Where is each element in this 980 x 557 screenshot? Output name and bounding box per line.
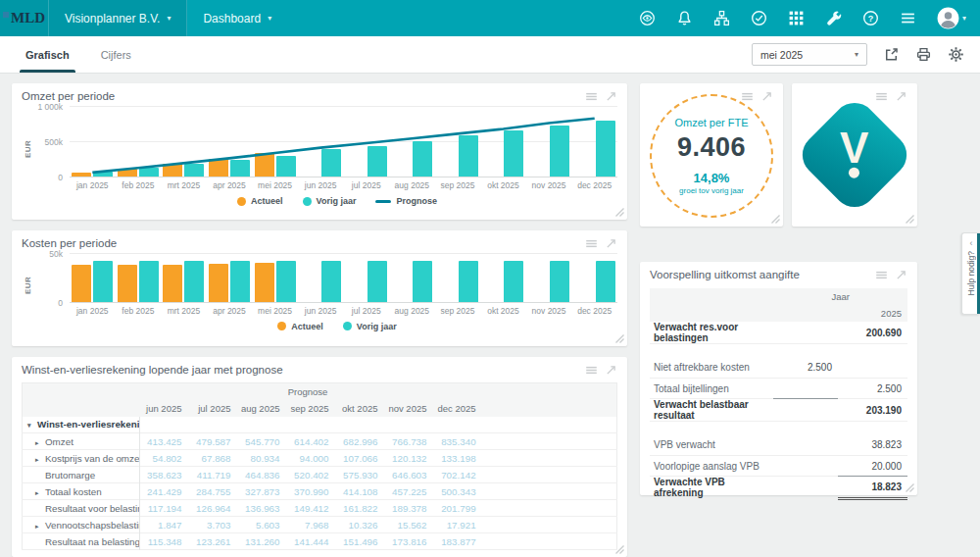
value-cell[interactable]: 133.198 bbox=[434, 450, 483, 467]
bar-vorig-jaar[interactable] bbox=[459, 261, 478, 302]
bar-vorig-jaar[interactable] bbox=[230, 261, 250, 302]
resize-handle[interactable] bbox=[615, 208, 624, 217]
row-label[interactable]: ▸Omzet bbox=[23, 433, 140, 450]
apps-grid-icon[interactable] bbox=[788, 10, 805, 26]
dashboard-menu[interactable]: Dashboard ▾ bbox=[187, 0, 287, 36]
value-cell[interactable]: 54.802 bbox=[140, 450, 189, 467]
row-label[interactable]: ▸Totaal kosten bbox=[23, 483, 140, 500]
card-menu-icon[interactable] bbox=[875, 90, 888, 103]
card-expand-icon[interactable] bbox=[605, 90, 617, 103]
export-icon[interactable] bbox=[883, 46, 900, 63]
value-cell[interactable]: 183.877 bbox=[434, 533, 483, 550]
value-cell[interactable]: 370.990 bbox=[287, 483, 336, 500]
value-cell[interactable]: 126.964 bbox=[189, 500, 238, 517]
tab-cijfers[interactable]: Cijfers bbox=[85, 36, 147, 73]
value-cell[interactable]: 702.142 bbox=[434, 467, 483, 483]
value-cell[interactable]: 173.816 bbox=[385, 533, 434, 550]
card-menu-icon[interactable] bbox=[585, 364, 598, 377]
value-cell[interactable]: 149.412 bbox=[287, 500, 336, 517]
value-cell[interactable]: 479.587 bbox=[189, 433, 238, 450]
check-circle-icon[interactable] bbox=[751, 10, 767, 26]
bar-vorig-jaar[interactable] bbox=[276, 261, 296, 302]
value-cell[interactable]: 358.623 bbox=[140, 467, 189, 483]
bar-vorig-jaar[interactable] bbox=[93, 261, 113, 302]
card-expand-icon[interactable] bbox=[895, 269, 907, 281]
value-cell[interactable]: 136.963 bbox=[238, 500, 287, 517]
value-cell[interactable]: 117.194 bbox=[140, 500, 189, 517]
card-expand-icon[interactable] bbox=[605, 237, 617, 250]
card-expand-icon[interactable] bbox=[760, 90, 773, 103]
value-cell[interactable]: 500.343 bbox=[434, 483, 483, 500]
value-cell[interactable]: 464.836 bbox=[238, 467, 287, 483]
bar-vorig-jaar[interactable] bbox=[184, 261, 204, 302]
card-expand-icon[interactable] bbox=[895, 90, 907, 103]
bar-actueel[interactable] bbox=[209, 264, 228, 302]
value-cell[interactable]: 646.603 bbox=[385, 467, 434, 483]
print-icon[interactable] bbox=[915, 46, 932, 63]
legend-item[interactable]: Actueel bbox=[237, 196, 283, 206]
bar-actueel[interactable] bbox=[163, 265, 182, 302]
prognose-trend-line[interactable] bbox=[70, 107, 617, 177]
legend-item[interactable]: Vorig jaar bbox=[303, 196, 357, 206]
row-label[interactable]: ▸Vennootschapsbelasting bbox=[23, 517, 140, 533]
bar-vorig-jaar[interactable] bbox=[504, 261, 523, 302]
resize-handle[interactable] bbox=[771, 215, 780, 224]
card-menu-icon[interactable] bbox=[875, 269, 888, 281]
value-cell[interactable]: 7.968 bbox=[287, 517, 336, 533]
value-cell[interactable]: 10.326 bbox=[336, 517, 385, 533]
bar-actueel[interactable] bbox=[72, 265, 91, 302]
resize-handle[interactable] bbox=[906, 215, 914, 224]
row-label[interactable]: ▾Winst-en-verliesrekening bbox=[23, 417, 140, 433]
tab-grafisch[interactable]: Grafisch bbox=[10, 36, 85, 73]
value-cell[interactable]: 835.340 bbox=[434, 433, 483, 450]
value-cell[interactable]: 131.260 bbox=[238, 533, 287, 550]
card-menu-icon[interactable] bbox=[585, 237, 598, 250]
value-cell[interactable]: 3.703 bbox=[189, 517, 238, 533]
company-selector[interactable]: Visionplanner B.V. ▾ bbox=[49, 0, 187, 36]
value-cell[interactable]: 201.799 bbox=[434, 500, 483, 517]
value-cell[interactable]: 5.603 bbox=[238, 517, 287, 533]
row-label[interactable]: ▸Kostprijs van de omzet bbox=[23, 450, 140, 467]
value-cell[interactable]: 457.225 bbox=[385, 483, 434, 500]
value-cell[interactable]: 411.719 bbox=[189, 467, 238, 483]
value-cell[interactable]: 115.348 bbox=[140, 533, 189, 550]
value-cell[interactable]: 141.444 bbox=[287, 533, 336, 550]
bell-icon[interactable] bbox=[676, 10, 693, 26]
value-cell[interactable]: 67.868 bbox=[189, 450, 238, 467]
value-cell[interactable]: 614.402 bbox=[287, 433, 336, 450]
help-icon[interactable]: ? bbox=[862, 10, 879, 26]
org-chart-icon[interactable] bbox=[713, 10, 730, 26]
period-select[interactable]: mei 2025 ▾ bbox=[752, 43, 867, 66]
value-cell[interactable]: 107.066 bbox=[336, 450, 385, 467]
bar-vorig-jaar[interactable] bbox=[139, 261, 159, 302]
value-cell[interactable]: 520.402 bbox=[287, 467, 336, 483]
value-cell[interactable]: 284.755 bbox=[189, 483, 238, 500]
eye-icon[interactable] bbox=[639, 10, 656, 26]
legend-item[interactable]: Actueel bbox=[277, 322, 323, 331]
value-cell[interactable]: 766.738 bbox=[385, 433, 434, 450]
card-menu-icon[interactable] bbox=[741, 90, 754, 103]
bar-actueel[interactable] bbox=[255, 263, 274, 302]
value-cell[interactable]: 80.934 bbox=[238, 450, 287, 467]
value-cell[interactable]: 123.261 bbox=[189, 533, 238, 550]
resize-handle[interactable] bbox=[615, 545, 624, 554]
value-cell[interactable]: 241.429 bbox=[140, 483, 189, 500]
resize-handle[interactable] bbox=[906, 483, 914, 492]
input-value-cell[interactable]: 2.500 bbox=[773, 358, 838, 379]
menu-icon[interactable] bbox=[900, 10, 916, 26]
user-menu[interactable]: ▾ bbox=[937, 7, 966, 29]
value-cell[interactable]: 151.496 bbox=[336, 533, 385, 550]
resize-handle[interactable] bbox=[615, 334, 624, 343]
value-cell[interactable]: 545.770 bbox=[238, 433, 287, 450]
value-cell[interactable]: 414.108 bbox=[336, 483, 385, 500]
legend-item[interactable]: Prognose bbox=[375, 196, 437, 206]
value-cell[interactable]: 682.996 bbox=[336, 433, 385, 450]
value-cell[interactable]: 120.132 bbox=[385, 450, 434, 467]
bar-vorig-jaar[interactable] bbox=[596, 261, 615, 302]
bar-actueel[interactable] bbox=[118, 265, 137, 302]
app-logo[interactable]: MLD bbox=[0, 0, 49, 36]
bar-vorig-jaar[interactable] bbox=[550, 261, 569, 302]
card-expand-icon[interactable] bbox=[605, 364, 617, 377]
bar-vorig-jaar[interactable] bbox=[321, 261, 341, 302]
value-cell[interactable]: 15.562 bbox=[385, 517, 434, 533]
